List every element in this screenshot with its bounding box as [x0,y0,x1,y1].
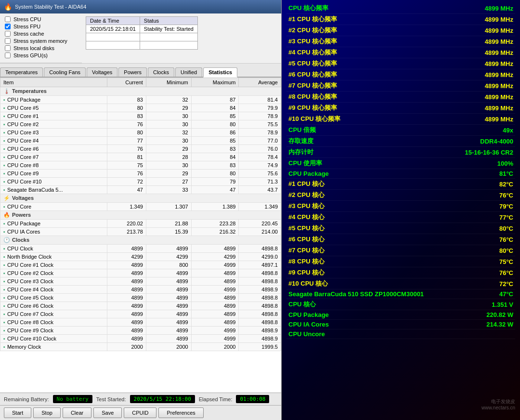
data-table-container[interactable]: ItemCurrentMinimumMaximumAverage 🌡️Tempe… [0,78,281,393]
right-value: 47°C [499,290,513,298]
stop-button[interactable]: Stop [33,407,61,418]
stress-row-cache: Stress cache [5,31,77,37]
right-value: 80°C [499,247,513,254]
cell-item: ▪CPU Core #9 Clock [0,327,107,335]
save-button[interactable]: Save [93,407,122,418]
cell-value: 4899 [191,318,239,327]
right-value: 4899 MHz [485,16,513,23]
clear-button[interactable]: Clear [63,407,91,418]
cell-value: 800 [146,261,191,269]
cell-item: ▪CPU Core #4 [0,137,107,145]
date-time-value: 2020/5/15 22:18:01 [86,25,140,33]
right-value: 76°C [499,192,513,199]
cell-value: 77 [107,137,146,145]
cpuid-button[interactable]: CPUID [124,407,156,418]
cell-value: 81.4 [239,96,281,104]
right-label: #3 CPU 核心频率 [288,37,337,46]
tab-clocks[interactable]: Clocks [148,67,174,77]
tab-voltages[interactable]: Voltages [87,67,117,77]
cell-value: 80 [107,104,146,112]
right-row: #10 CPU 核心72°C [286,278,515,289]
table-row: ▪CPU Core #781288478.4 [0,153,281,161]
right-value: 4899 MHz [485,27,513,34]
table-row: ▪CPU Core #183308578.9 [0,112,281,120]
right-label: #5 CPU 核心 [288,224,325,233]
cell-value: 4899 [146,245,191,253]
cell-value: 27 [146,178,191,186]
cell-value: 4899 [191,269,239,277]
elapsed-value: 01:00:08 [236,395,269,403]
table-row: ▪North Bridge Clock4299429942994299.0 [0,253,281,261]
table-row: ▪Seagate BarraCuda 5...47334743.7 [0,186,281,194]
cell-value: 83 [191,161,239,170]
tab-powers[interactable]: Powers [118,67,147,77]
cell-value: 4999 [191,261,239,269]
watermark: 电子发烧皮www.nectars.cn [481,398,515,410]
right-value: DDR4-4000 [480,138,513,145]
cell-item: ▪CPU Core #1 Clock [0,261,107,269]
table-row: ⚡Voltages [0,194,281,203]
tab-unified[interactable]: Unified [175,67,202,77]
cell-value: 21.88 [146,220,191,228]
right-row: #10 CPU 核心频率4899 MHz [286,114,515,125]
tab-statistics[interactable]: Statistics [203,67,237,78]
cell-value: 4899 [107,277,146,286]
cell-item: ▪CPU Core #7 [0,153,107,161]
right-row: #7 CPU 核心频率4899 MHz [286,80,515,92]
cell-value: 4899 [107,261,146,269]
cell-item: ▪CPU Core #5 [0,104,107,112]
preferences-button[interactable]: Preferences [158,407,203,418]
right-row: #6 CPU 核心频率4899 MHz [286,69,515,80]
stress-checkbox-memory[interactable] [5,38,11,44]
right-value: 4899 MHz [485,71,513,79]
right-label: CPU Package [288,170,329,177]
cell-value: 76 [107,120,146,129]
right-label: #5 CPU 核心频率 [288,59,337,68]
table-row: ▪CPU Core #276308075.5 [0,120,281,129]
right-label: #1 CPU 核心 [288,180,325,188]
empty-status2 [140,41,197,50]
right-value: 81°C [499,170,513,177]
cell-value: 2000 [191,343,239,351]
right-label: CPU 核心 [288,300,316,309]
right-row: CPU Package81°C [286,169,515,179]
stress-checkbox-cache[interactable] [5,31,11,37]
cell-value: 76 [107,170,146,178]
cell-value: 32 [146,96,191,104]
cell-value: 71.3 [239,178,281,186]
stress-checkbox-disks[interactable] [5,45,11,51]
cell-value: 28 [146,153,191,161]
cell-item: ▪CPU Package [0,96,107,104]
tab-cooling-fans[interactable]: Cooling Fans [44,67,86,77]
start-button[interactable]: Start [4,407,31,418]
right-value: 75°C [499,258,513,265]
cell-item: ▪CPU Core #3 Clock [0,277,107,286]
right-row: #7 CPU 核心80°C [286,245,515,256]
right-label: #8 CPU 核心 [288,257,325,266]
col-header-current: Current [107,78,146,87]
cell-value: 32 [146,129,191,137]
stress-checkbox-gpu[interactable] [5,52,11,58]
right-row: CPU 核心频率4899 MHz [286,3,515,14]
cell-value: 4898.8 [239,310,281,318]
cell-value: 4899 [146,286,191,294]
table-row: ▪CPU Core #3 Clock4899489948994898.8 [0,277,281,286]
right-label: CPU Uncore [288,330,325,338]
table-row: ▪CPU Core #380328678.9 [0,129,281,137]
right-row: #2 CPU 核心76°C [286,190,515,201]
right-value: 4899 MHz [485,49,513,56]
stress-checkbox-cpu[interactable] [5,16,11,22]
cell-value: 4898.8 [239,277,281,286]
cell-value: 4899 [191,277,239,286]
app-title: System Stability Test - AIDA64 [15,4,86,10]
tab-temperatures[interactable]: Temperatures [0,67,43,77]
cell-value: 4899 [191,310,239,318]
stress-row-fpu: Stress FPU [5,24,77,29]
right-label: CPU 使用率 [288,159,322,168]
status-bar: Remaining Battery: No battery Test Start… [0,393,281,405]
right-row: #1 CPU 核心频率4899 MHz [286,14,515,25]
cell-value: 1.349 [239,203,281,211]
cell-value: 15.39 [146,228,191,236]
stress-label-disks: Stress local disks [13,45,54,51]
stress-checkbox-fpu[interactable] [5,24,11,29]
